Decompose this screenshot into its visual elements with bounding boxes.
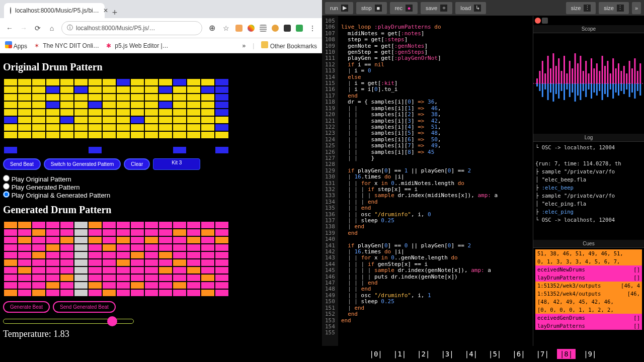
grid-cell[interactable] — [46, 94, 60, 101]
grid-cell[interactable] — [215, 259, 229, 266]
grid-cell[interactable] — [88, 289, 102, 297]
grid-cell[interactable] — [46, 146, 60, 154]
grid-cell[interactable] — [173, 274, 187, 282]
cues-view[interactable]: 51, 38, 46, 51, 49, 46, 51,0, 1, 3, 3, 3… — [533, 248, 644, 346]
grid-cell[interactable] — [130, 221, 144, 229]
grid-cell[interactable] — [158, 236, 173, 244]
grid-cell[interactable] — [88, 109, 102, 116]
grid-cell[interactable] — [130, 282, 144, 289]
grid-cell[interactable] — [187, 101, 201, 109]
grid-cell[interactable] — [144, 101, 158, 109]
grid-cell[interactable] — [144, 244, 158, 251]
grid-cell[interactable] — [88, 282, 102, 289]
home-icon[interactable]: ⌂ — [47, 24, 56, 32]
grid-cell[interactable] — [88, 274, 102, 282]
grid-cell[interactable] — [18, 116, 32, 124]
grid-cell[interactable] — [215, 251, 229, 259]
grid-cell[interactable] — [18, 229, 32, 236]
grid-cell[interactable] — [187, 229, 201, 236]
grid-cell[interactable] — [158, 124, 173, 131]
grid-cell[interactable] — [60, 78, 74, 86]
overflow-icon[interactable]: » — [242, 42, 246, 49]
grid-cell[interactable] — [187, 221, 201, 229]
grid-cell[interactable] — [46, 139, 60, 146]
grid-cell[interactable] — [74, 229, 88, 236]
grid-cell[interactable] — [102, 86, 116, 94]
grid-cell[interactable] — [18, 221, 32, 229]
forward-icon[interactable]: → — [19, 24, 28, 32]
grid-cell[interactable] — [215, 94, 229, 101]
grid-cell[interactable] — [88, 101, 102, 109]
grid-cell[interactable] — [215, 289, 229, 297]
grid-cell[interactable] — [102, 124, 116, 131]
new-tab-button[interactable]: + — [109, 8, 121, 18]
grid-cell[interactable] — [187, 274, 201, 282]
grid-cell[interactable] — [74, 244, 88, 251]
grid-cell[interactable] — [46, 229, 60, 236]
grid-cell[interactable] — [144, 146, 158, 154]
grid-cell[interactable] — [102, 259, 116, 266]
reload-icon[interactable]: ⟳ — [33, 24, 42, 32]
grid-cell[interactable] — [4, 146, 18, 154]
grid-cell[interactable] — [173, 124, 187, 131]
grid-cell[interactable] — [158, 282, 173, 289]
grid-cell[interactable] — [215, 221, 229, 229]
grid-cell[interactable] — [4, 244, 18, 251]
size-button[interactable]: size⋮ — [566, 2, 596, 14]
grid-cell[interactable] — [215, 78, 229, 86]
grid-cell[interactable] — [46, 259, 60, 266]
grid-cell[interactable] — [201, 289, 215, 297]
grid-cell[interactable] — [130, 244, 144, 251]
grid-cell[interactable] — [74, 131, 88, 139]
grid-cell[interactable] — [32, 78, 46, 86]
grid-cell[interactable] — [144, 124, 158, 131]
ext-icon[interactable] — [272, 25, 279, 32]
grid-cell[interactable] — [144, 109, 158, 116]
grid-cell[interactable] — [4, 86, 18, 94]
grid-cell[interactable] — [130, 251, 144, 259]
grid-cell[interactable] — [46, 274, 60, 282]
grid-cell[interactable] — [102, 282, 116, 289]
grid-cell[interactable] — [46, 109, 60, 116]
grid-cell[interactable] — [32, 146, 46, 154]
grid-cell[interactable] — [32, 244, 46, 251]
grid-cell[interactable] — [201, 139, 215, 146]
grid-cell[interactable] — [32, 116, 46, 124]
grid-cell[interactable] — [215, 282, 229, 289]
grid-cell[interactable] — [32, 259, 46, 266]
ext-icon[interactable] — [235, 25, 243, 32]
grid-cell[interactable] — [130, 86, 144, 94]
grid-cell[interactable] — [60, 94, 74, 101]
ext-icon[interactable] — [260, 25, 267, 32]
grid-cell[interactable] — [60, 236, 74, 244]
grid-cell[interactable] — [32, 282, 46, 289]
grid-cell[interactable] — [158, 116, 173, 124]
grid-cell[interactable] — [116, 139, 130, 146]
grid-cell[interactable] — [144, 266, 158, 274]
grid-cell[interactable] — [88, 251, 102, 259]
grid-cell[interactable] — [130, 94, 144, 101]
grid-cell[interactable] — [187, 131, 201, 139]
log-view[interactable]: └ OSC -> localhost, 12004{run: 7, time: … — [533, 142, 644, 240]
grid-cell[interactable] — [201, 236, 215, 244]
buffer-tab[interactable]: |0| — [367, 349, 385, 359]
grid-cell[interactable] — [116, 101, 130, 109]
grid-cell[interactable] — [88, 244, 102, 251]
grid-cell[interactable] — [4, 78, 18, 86]
grid-cell[interactable] — [215, 109, 229, 116]
grid-cell[interactable] — [187, 244, 201, 251]
grid-cell[interactable] — [18, 244, 32, 251]
grid-cell[interactable] — [102, 229, 116, 236]
grid-cell[interactable] — [158, 274, 173, 282]
rec-button[interactable]: rec● — [390, 2, 418, 14]
grid-cell[interactable] — [60, 146, 74, 154]
grid-cell[interactable] — [158, 131, 173, 139]
grid-cell[interactable] — [173, 221, 187, 229]
grid-cell[interactable] — [74, 101, 88, 109]
grid-cell[interactable] — [32, 101, 46, 109]
grid-cell[interactable] — [32, 236, 46, 244]
grid-cell[interactable] — [201, 221, 215, 229]
grid-cell[interactable] — [116, 282, 130, 289]
grid-cell[interactable] — [102, 131, 116, 139]
more-button[interactable]: » — [632, 2, 641, 14]
